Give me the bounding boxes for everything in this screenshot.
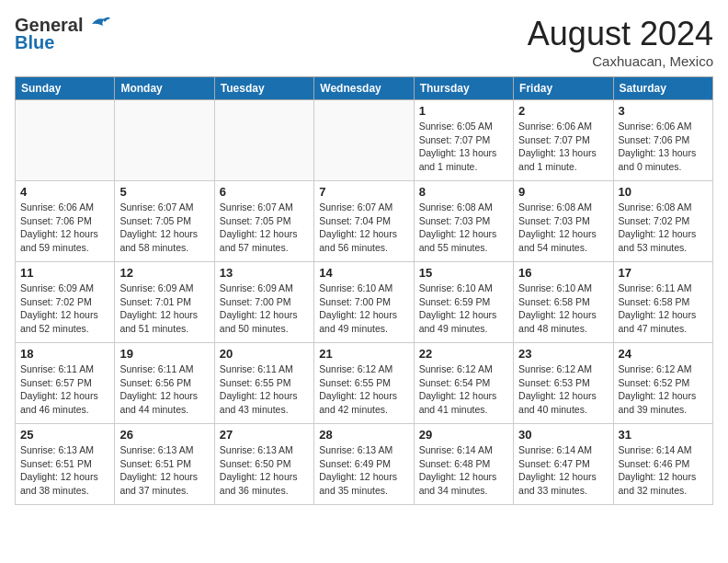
table-row: 16Sunrise: 6:10 AMSunset: 6:58 PMDayligh…: [514, 262, 613, 343]
day-number: 10: [619, 185, 708, 199]
day-number: 23: [518, 347, 608, 361]
day-info: Sunrise: 6:08 AMSunset: 7:02 PMDaylight:…: [619, 201, 708, 255]
day-number: 5: [119, 185, 209, 199]
day-number: 20: [220, 347, 309, 361]
day-info: Sunrise: 6:05 AMSunset: 7:07 PMDaylight:…: [419, 120, 508, 174]
day-info: Sunrise: 6:07 AMSunset: 7:05 PMDaylight:…: [220, 201, 309, 255]
day-info: Sunrise: 6:08 AMSunset: 7:03 PMDaylight:…: [518, 201, 608, 255]
title-block: August 2024 Caxhuacan, Mexico: [528, 15, 713, 69]
table-row: 23Sunrise: 6:12 AMSunset: 6:53 PMDayligh…: [514, 343, 613, 424]
day-number: 30: [518, 428, 608, 442]
table-row: 1Sunrise: 6:05 AMSunset: 7:07 PMDaylight…: [414, 100, 513, 181]
day-number: 25: [20, 428, 109, 442]
header-tuesday: Tuesday: [214, 77, 313, 100]
day-info: Sunrise: 6:09 AMSunset: 7:00 PMDaylight:…: [220, 282, 309, 336]
week-row-2: 4Sunrise: 6:06 AMSunset: 7:06 PMDaylight…: [16, 181, 713, 262]
logo: General Blue: [15, 15, 112, 53]
day-info: Sunrise: 6:11 AMSunset: 6:55 PMDaylight:…: [220, 362, 309, 417]
table-row: 18Sunrise: 6:11 AMSunset: 6:57 PMDayligh…: [16, 343, 115, 424]
day-info: Sunrise: 6:07 AMSunset: 7:04 PMDaylight:…: [319, 201, 408, 255]
day-number: 6: [220, 185, 309, 199]
day-info: Sunrise: 6:11 AMSunset: 6:57 PMDaylight:…: [20, 362, 109, 417]
day-number: 9: [518, 185, 608, 199]
header-sunday: Sunday: [16, 77, 115, 100]
table-row: [314, 100, 414, 181]
table-row: 3Sunrise: 6:06 AMSunset: 7:06 PMDaylight…: [613, 100, 712, 181]
day-number: 29: [419, 428, 508, 442]
day-info: Sunrise: 6:12 AMSunset: 6:52 PMDaylight:…: [619, 362, 708, 417]
day-info: Sunrise: 6:12 AMSunset: 6:53 PMDaylight:…: [518, 362, 608, 417]
day-info: Sunrise: 6:07 AMSunset: 7:05 PMDaylight:…: [119, 201, 209, 255]
table-row: 27Sunrise: 6:13 AMSunset: 6:50 PMDayligh…: [214, 424, 313, 505]
table-row: 11Sunrise: 6:09 AMSunset: 7:02 PMDayligh…: [16, 262, 115, 343]
day-number: 16: [518, 266, 608, 280]
table-row: 30Sunrise: 6:14 AMSunset: 6:47 PMDayligh…: [514, 424, 613, 505]
table-row: 25Sunrise: 6:13 AMSunset: 6:51 PMDayligh…: [16, 424, 115, 505]
week-row-3: 11Sunrise: 6:09 AMSunset: 7:02 PMDayligh…: [16, 262, 713, 343]
table-row: 13Sunrise: 6:09 AMSunset: 7:00 PMDayligh…: [214, 262, 313, 343]
header-saturday: Saturday: [613, 77, 712, 100]
day-number: 26: [119, 428, 209, 442]
table-row: 19Sunrise: 6:11 AMSunset: 6:56 PMDayligh…: [115, 343, 214, 424]
day-number: 12: [119, 266, 209, 280]
day-info: Sunrise: 6:09 AMSunset: 7:01 PMDaylight:…: [119, 282, 209, 336]
day-number: 7: [319, 185, 408, 199]
day-info: Sunrise: 6:11 AMSunset: 6:56 PMDaylight:…: [119, 362, 209, 417]
table-row: 28Sunrise: 6:13 AMSunset: 6:49 PMDayligh…: [314, 424, 414, 505]
table-row: 2Sunrise: 6:06 AMSunset: 7:07 PMDaylight…: [514, 100, 613, 181]
day-info: Sunrise: 6:12 AMSunset: 6:54 PMDaylight:…: [419, 362, 508, 417]
day-number: 19: [119, 347, 209, 361]
day-number: 31: [619, 428, 708, 442]
day-info: Sunrise: 6:14 AMSunset: 6:47 PMDaylight:…: [518, 443, 608, 498]
table-row: 12Sunrise: 6:09 AMSunset: 7:01 PMDayligh…: [115, 262, 214, 343]
day-number: 22: [419, 347, 508, 361]
day-number: 21: [319, 347, 408, 361]
table-row: 6Sunrise: 6:07 AMSunset: 7:05 PMDaylight…: [214, 181, 313, 262]
table-row: 24Sunrise: 6:12 AMSunset: 6:52 PMDayligh…: [613, 343, 712, 424]
week-row-4: 18Sunrise: 6:11 AMSunset: 6:57 PMDayligh…: [16, 343, 713, 424]
day-number: 17: [619, 266, 708, 280]
table-row: 4Sunrise: 6:06 AMSunset: 7:06 PMDaylight…: [16, 181, 115, 262]
day-number: 8: [419, 185, 508, 199]
day-info: Sunrise: 6:06 AMSunset: 7:06 PMDaylight:…: [20, 201, 109, 255]
day-info: Sunrise: 6:09 AMSunset: 7:02 PMDaylight:…: [20, 282, 109, 336]
logo-bird-icon: [85, 15, 112, 35]
table-row: 7Sunrise: 6:07 AMSunset: 7:04 PMDaylight…: [314, 181, 414, 262]
day-number: 18: [20, 347, 109, 361]
day-info: Sunrise: 6:10 AMSunset: 6:59 PMDaylight:…: [419, 282, 508, 336]
day-info: Sunrise: 6:12 AMSunset: 6:55 PMDaylight:…: [319, 362, 408, 417]
table-row: [214, 100, 313, 181]
table-row: 8Sunrise: 6:08 AMSunset: 7:03 PMDaylight…: [414, 181, 513, 262]
table-row: 17Sunrise: 6:11 AMSunset: 6:58 PMDayligh…: [613, 262, 712, 343]
day-number: 2: [518, 104, 608, 118]
day-info: Sunrise: 6:11 AMSunset: 6:58 PMDaylight:…: [619, 282, 708, 336]
table-row: 21Sunrise: 6:12 AMSunset: 6:55 PMDayligh…: [314, 343, 414, 424]
day-number: 3: [619, 104, 708, 118]
day-number: 28: [319, 428, 408, 442]
day-number: 27: [220, 428, 309, 442]
table-row: 20Sunrise: 6:11 AMSunset: 6:55 PMDayligh…: [214, 343, 313, 424]
day-info: Sunrise: 6:10 AMSunset: 6:58 PMDaylight:…: [518, 282, 608, 336]
table-row: 5Sunrise: 6:07 AMSunset: 7:05 PMDaylight…: [115, 181, 214, 262]
day-number: 24: [619, 347, 708, 361]
table-row: 15Sunrise: 6:10 AMSunset: 6:59 PMDayligh…: [414, 262, 513, 343]
day-info: Sunrise: 6:08 AMSunset: 7:03 PMDaylight:…: [419, 201, 508, 255]
table-row: 29Sunrise: 6:14 AMSunset: 6:48 PMDayligh…: [414, 424, 513, 505]
days-header-row: Sunday Monday Tuesday Wednesday Thursday…: [16, 77, 713, 100]
logo-blue-text: Blue: [15, 32, 54, 53]
table-row: 14Sunrise: 6:10 AMSunset: 7:00 PMDayligh…: [314, 262, 414, 343]
table-row: 31Sunrise: 6:14 AMSunset: 6:46 PMDayligh…: [613, 424, 712, 505]
week-row-5: 25Sunrise: 6:13 AMSunset: 6:51 PMDayligh…: [16, 424, 713, 505]
day-info: Sunrise: 6:13 AMSunset: 6:49 PMDaylight:…: [319, 443, 408, 498]
page-header: General Blue August 2024 Caxhuacan, Mexi…: [15, 15, 713, 69]
day-info: Sunrise: 6:06 AMSunset: 7:06 PMDaylight:…: [619, 120, 708, 174]
table-row: 26Sunrise: 6:13 AMSunset: 6:51 PMDayligh…: [115, 424, 214, 505]
header-monday: Monday: [115, 77, 214, 100]
day-info: Sunrise: 6:13 AMSunset: 6:51 PMDaylight:…: [119, 443, 209, 498]
header-thursday: Thursday: [414, 77, 513, 100]
calendar-table: Sunday Monday Tuesday Wednesday Thursday…: [15, 76, 713, 505]
day-info: Sunrise: 6:10 AMSunset: 7:00 PMDaylight:…: [319, 282, 408, 336]
day-number: 14: [319, 266, 408, 280]
table-row: [115, 100, 214, 181]
table-row: 9Sunrise: 6:08 AMSunset: 7:03 PMDaylight…: [514, 181, 613, 262]
